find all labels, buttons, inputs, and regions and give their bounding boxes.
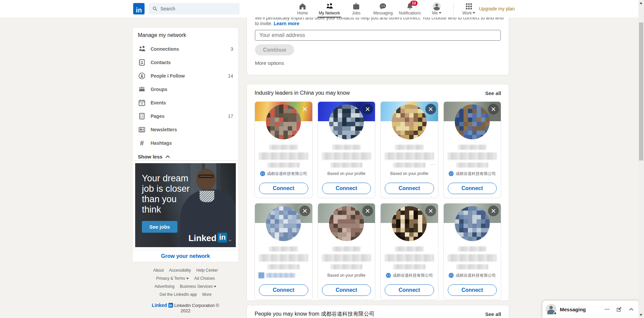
headline-ellipsis: ... (431, 161, 435, 166)
company-name: 成都谷道科技有限公司 (455, 273, 496, 278)
footer-link-about[interactable]: About (153, 266, 164, 274)
sidebar-item-people-i-follow[interactable]: People I Follow 14 (132, 69, 238, 83)
dismiss-button[interactable] (425, 104, 436, 115)
blurred-headline (456, 264, 488, 269)
chevron-up-icon[interactable] (628, 306, 634, 312)
subtitle-row: Based on your profile (321, 272, 372, 279)
scroll-down-arrow[interactable] (640, 314, 642, 316)
sidebar-item-newsletters[interactable]: Newsletters (132, 123, 238, 136)
footer-link-accessibility[interactable]: Accessibility (169, 266, 191, 274)
show-less-label: Show less (138, 154, 162, 160)
blurred-headline (393, 163, 425, 168)
dismiss-button[interactable] (300, 104, 310, 115)
nav-messaging[interactable]: Messaging (370, 0, 396, 17)
avatar[interactable] (392, 104, 427, 139)
close-icon (365, 106, 370, 112)
manage-network-card: Manage my network Connections 3 Contacts… (132, 27, 239, 165)
grow-your-network-link[interactable]: Grow your network (132, 250, 238, 262)
scroll-up-arrow[interactable] (640, 2, 642, 4)
sidebar-item-contacts[interactable]: Contacts (132, 56, 238, 69)
see-all-link[interactable]: See all (485, 311, 501, 317)
sidebar-item-hashtags[interactable]: # Hashtags (132, 136, 238, 150)
based-on-profile-label: Based on your profile (390, 171, 428, 176)
avatar[interactable] (266, 104, 301, 139)
nav-jobs[interactable]: Jobs (343, 0, 370, 17)
globe-icon (448, 171, 454, 176)
sidebar-item-events[interactable]: 5 Events (132, 96, 238, 109)
sidebar-item-groups[interactable]: Groups (132, 83, 238, 96)
person-card: Based on your profile Connect (318, 203, 376, 300)
subtitle-row: Based on your profile (384, 170, 435, 177)
avatar[interactable] (455, 206, 490, 241)
more-options-link[interactable]: More options (255, 60, 501, 66)
nav-home[interactable]: Home (289, 0, 316, 17)
hashtag-icon: # (138, 139, 146, 147)
nav-me[interactable]: Me (423, 0, 450, 17)
more-options-icon[interactable] (604, 306, 610, 312)
footer-link-privacy-terms[interactable]: Privacy & Terms (156, 274, 189, 282)
see-jobs-button[interactable]: See jobs (142, 221, 177, 233)
avatar[interactable] (455, 104, 490, 139)
messaging-dock[interactable]: Messaging (542, 301, 639, 318)
groups-icon (138, 85, 146, 93)
continue-button[interactable]: Continue (255, 44, 294, 55)
footer-link-advertising[interactable]: Advertising (155, 282, 174, 290)
blurred-name (395, 246, 424, 252)
nav-label: Notifications (399, 11, 421, 15)
people-from-company-section: People you may know from 成都谷道科技有限公司 See … (247, 305, 509, 318)
upgrade-plan-link[interactable]: Upgrade my plan (479, 0, 515, 17)
blurred-name (269, 246, 298, 252)
dismiss-button[interactable] (488, 104, 499, 115)
connect-button[interactable]: Connect (385, 284, 434, 296)
trademark: ™ (228, 239, 231, 242)
dismiss-button[interactable] (425, 206, 436, 216)
footer-link-get-app[interactable]: Get the LinkedIn app (160, 290, 197, 299)
ad-banner[interactable]: Your dream job is closer than you think … (135, 163, 236, 247)
blurred-name (332, 246, 361, 252)
footer-link-ad-choices[interactable]: Ad Choices (194, 274, 215, 282)
nav-work[interactable]: Work (457, 0, 481, 17)
people-cards-grid: 成都谷道科技有限公司 Connect Based on your profile… (255, 101, 501, 300)
search-box[interactable] (149, 3, 239, 14)
avatar[interactable] (329, 104, 364, 139)
footer-link-more[interactable]: More (202, 290, 211, 299)
compose-icon[interactable] (616, 306, 622, 312)
search-input[interactable] (160, 6, 236, 11)
learn-more-link[interactable]: Learn more (274, 21, 299, 26)
dismiss-button[interactable] (362, 104, 373, 115)
linkedin-logo[interactable]: in (133, 3, 145, 14)
linkedin-ad-logo: Linked in ™ (189, 233, 231, 242)
connect-button[interactable]: Connect (322, 284, 371, 296)
nav-my-network[interactable]: My Network (316, 0, 343, 17)
close-icon (491, 106, 496, 112)
avatar[interactable] (329, 206, 364, 241)
connect-button[interactable]: Connect (448, 183, 497, 194)
footer-link-help-center[interactable]: Help Center (196, 266, 218, 274)
page-scrollbar[interactable] (638, 0, 644, 318)
globe-icon (386, 273, 391, 278)
nav-notifications[interactable]: 13 Notifications (396, 0, 423, 17)
footer-link-business-services[interactable]: Business Services (180, 282, 216, 290)
sidebar-item-pages[interactable]: Pages 17 (132, 109, 238, 123)
dismiss-button[interactable] (300, 206, 310, 216)
blurred-name (395, 145, 424, 150)
email-field[interactable] (255, 30, 501, 41)
blurred-headline (456, 163, 488, 168)
see-all-link[interactable]: See all (485, 90, 501, 96)
avatar[interactable] (266, 206, 301, 241)
connect-button[interactable]: Connect (322, 183, 371, 194)
connections-icon (138, 45, 146, 53)
connect-button[interactable]: Connect (259, 183, 308, 194)
avatar[interactable] (392, 206, 427, 241)
sidebar-item-connections[interactable]: Connections 3 (132, 42, 238, 56)
dismiss-button[interactable] (362, 206, 373, 216)
scrollbar-thumb[interactable] (639, 22, 643, 161)
nav-items: Home My Network Jobs Messaging 13 Notifi… (289, 0, 481, 17)
connect-button[interactable]: Connect (259, 284, 308, 296)
dismiss-button[interactable] (488, 206, 499, 216)
events-icon: 5 (138, 99, 146, 107)
connect-button[interactable]: Connect (448, 284, 497, 296)
invite-description: to invite. Learn more (255, 21, 501, 27)
connect-button[interactable]: Connect (385, 183, 434, 194)
blurred-headline (330, 264, 362, 269)
